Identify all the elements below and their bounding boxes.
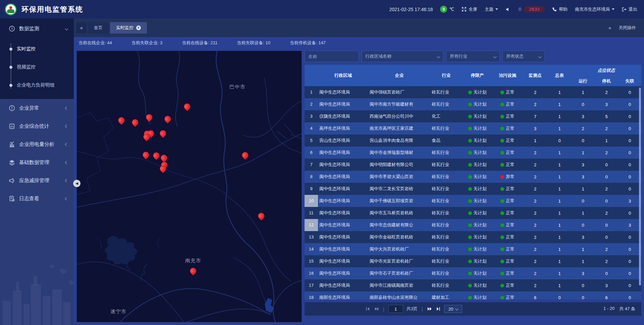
- pagination-bar: | 共3页 | 20: [305, 302, 641, 316]
- name-search-input[interactable]: [305, 51, 359, 62]
- cell-monitor-points: 1: [523, 138, 548, 143]
- sidebar-group-base-data[interactable]: 基础数据管理: [0, 153, 74, 171]
- fullscreen-button[interactable]: 全屏: [462, 6, 477, 12]
- cell-facility-status: 正常: [492, 198, 523, 204]
- tab-realtime-monitoring[interactable]: 实时监控 ×: [110, 22, 147, 34]
- table-row[interactable]: 13阆中生态环境局阆中市金福旺页岩机砖砖瓦行业无计划正常21300: [305, 231, 641, 243]
- megaphone-icon: [9, 177, 15, 184]
- sidebar-group-company-statistics[interactable]: 企业综合统计: [0, 117, 74, 135]
- table-row[interactable]: 15阆中生态环境局阆中市光富页岩机砖厂砖瓦行业无计划正常21120: [305, 255, 641, 267]
- map-collapse-handle[interactable]: ◀: [73, 180, 80, 187]
- sound-toggle-button[interactable]: [505, 7, 510, 12]
- col-region: 行政区域: [318, 72, 368, 78]
- notification-count-badge: 2632: [524, 6, 545, 12]
- cell-stop-status: 无计划: [462, 186, 492, 192]
- table-row[interactable]: 3仪陇生态环境局西南油气田分公司川中化工无计划正常71350: [305, 110, 641, 122]
- status-dot-icon: [500, 284, 504, 287]
- table-row[interactable]: 5营山生态环境局营山县润丰肉食品有限食品无计划正常10010: [305, 134, 641, 147]
- alert-circle-icon: [9, 105, 15, 111]
- table-row[interactable]: 12阆中生态环境局阆中市忠信建材有限公砖瓦行业无计划正常21003: [305, 219, 641, 231]
- map-panel[interactable]: 巴中市南充市遂宁市 ◀: [76, 51, 302, 322]
- cell-industry: 砖瓦行业: [430, 186, 462, 192]
- stat-online-devices: 当前在线设备: 211: [182, 40, 217, 46]
- table-row[interactable]: 16阆中生态环境局阆中市石子页岩机砖厂砖瓦行业无计划正常21300: [305, 267, 641, 279]
- sidebar-group-emergency-reduction[interactable]: 应急减排管理: [0, 171, 74, 189]
- theme-dropdown[interactable]: 主题: [485, 6, 498, 12]
- table-row[interactable]: 14阆中生态环境局阆中大兴页岩机砖厂砖瓦行业无计划正常21120: [305, 243, 641, 255]
- total-records-label: 共 47 条: [619, 306, 635, 312]
- sidebar-group-company-abnormal[interactable]: 企业异常: [0, 99, 74, 117]
- cell-industry: 砖瓦行业: [430, 101, 462, 107]
- sidebar-group-log-view[interactable]: 日志查看: [0, 189, 74, 208]
- cell-running: 1: [571, 211, 595, 216]
- notifications[interactable]: 2632: [518, 6, 545, 12]
- table-row[interactable]: 6阆中生态环境局阆中市金博瑞新型墙材砖瓦行业无计划正常21120: [305, 147, 641, 159]
- table-row[interactable]: 7阆中生态环境局阆中明阳建材有限公司砖瓦行业无计划正常21300: [305, 159, 641, 171]
- last-page-button[interactable]: [436, 307, 441, 311]
- logout-button[interactable]: 退出: [622, 6, 637, 12]
- cell-monitor-points: 2: [523, 199, 548, 204]
- cell-facility-status: 异常: [492, 174, 523, 180]
- cell-region: 高坪生态环境局: [318, 125, 368, 131]
- row-number: 15: [305, 255, 318, 267]
- table-row[interactable]: 8阆中生态环境局阆中市枣碧大梁山页岩砖瓦行业无计划异常21300: [305, 171, 641, 183]
- cell-industry: 砖瓦行业: [430, 125, 462, 131]
- table-row[interactable]: 2阆中生态环境局阆中市南方节能建材有砖瓦行业无计划正常21030: [305, 98, 641, 110]
- table-row[interactable]: 9阆中生态环境局阆中市二龙长宝页岩砖砖瓦行业无计划正常21120: [305, 183, 641, 195]
- sidebar-group-data-monitoring[interactable]: 数据监测: [0, 18, 74, 39]
- first-page-button[interactable]: [365, 307, 370, 311]
- cell-stopped: 2: [595, 186, 618, 192]
- cell-region: 阆中生态环境局: [318, 101, 368, 107]
- page-number-input[interactable]: [388, 305, 403, 313]
- cell-meter: 1: [548, 211, 571, 216]
- sidebar-item-power-load-detail[interactable]: 企业电力负荷明细: [0, 76, 74, 94]
- table-row[interactable]: 1阆中生态环境局阆中强锐页岩砖厂砖瓦行业无计划正常21120: [305, 86, 641, 98]
- clock-icon: [9, 25, 15, 32]
- cell-facility-status: 正常: [492, 150, 523, 156]
- table-row[interactable]: 18南部生态环境局南部县砖华山水泥有限公建材加工无计划正常60060: [305, 291, 641, 300]
- cell-company: 西南油气田分公司川中: [368, 113, 430, 119]
- first-page-icon: [365, 307, 370, 311]
- table-row[interactable]: 17阆中生态环境局阆中市江南镇阆南页岩砖瓦行业无计划正常21030: [305, 279, 641, 291]
- sidebar-item-realtime-monitoring[interactable]: 实时监控: [0, 40, 74, 58]
- cell-monitor-points: 2: [523, 247, 548, 252]
- chevron-left-icon: ◀: [75, 181, 78, 185]
- cell-facility-status: 正常: [492, 222, 523, 228]
- cell-company: 阆中大兴页岩机砖厂: [368, 246, 430, 252]
- tab-home[interactable]: 首页: [88, 22, 109, 34]
- table-row[interactable]: 10阆中生态环境局阆中千佛镇五郎垭页岩砖瓦行业无计划正常21003: [305, 195, 641, 207]
- status-select-value: 所有状态: [506, 53, 524, 59]
- cell-monitor-points: 2: [523, 259, 548, 264]
- cell-company: 阆中市五马桥页岩机砖: [368, 210, 430, 216]
- next-page-button[interactable]: [427, 307, 432, 311]
- cell-running: 0: [571, 199, 595, 204]
- stat-offline-companies: 当前失联企业: 3: [131, 40, 162, 46]
- cell-industry: 砖瓦行业: [430, 174, 462, 180]
- cell-stop-status: 无计划: [462, 234, 492, 240]
- prev-page-button[interactable]: [374, 307, 379, 311]
- cell-region: 阆中生态环境局: [318, 186, 368, 192]
- status-select[interactable]: 所有状态: [502, 51, 545, 62]
- tabs-scroll-left-button[interactable]: «: [76, 22, 87, 34]
- tabs-scroll-right-button[interactable]: »: [608, 25, 610, 31]
- close-operations-button[interactable]: 关闭操作: [619, 25, 636, 31]
- row-number: 12: [305, 219, 318, 231]
- sidebar-item-video-monitoring[interactable]: 视频监控: [0, 58, 74, 76]
- region-select[interactable]: 行政区域名称: [362, 51, 443, 62]
- cell-lost: 0: [618, 90, 641, 95]
- cell-monitor-points: 2: [523, 186, 548, 192]
- table-scrollbar[interactable]: [639, 88, 641, 285]
- status-dot-icon: [500, 211, 504, 215]
- statistics-icon: [9, 123, 15, 129]
- help-button[interactable]: 帮助: [552, 6, 568, 12]
- page-size-select[interactable]: 20: [444, 305, 462, 313]
- cell-stop-status: 无计划: [462, 113, 492, 119]
- sidebar-group-power-analysis[interactable]: 企业用电量分析: [0, 135, 74, 153]
- table-row[interactable]: 11阆中生态环境局阆中市五马桥页岩机砖砖瓦行业无计划正常21120: [305, 207, 641, 219]
- table-row[interactable]: 4高坪生态环境局南充市高坪区王家店建砖瓦行业无计划正常31220: [305, 122, 641, 134]
- close-icon[interactable]: ×: [136, 25, 141, 30]
- org-dropdown[interactable]: 南充市生态环境局: [575, 6, 614, 12]
- cell-industry: 砖瓦行业: [430, 150, 462, 156]
- cell-stopped: 2: [595, 259, 618, 264]
- industry-select[interactable]: 所有行业: [446, 51, 500, 62]
